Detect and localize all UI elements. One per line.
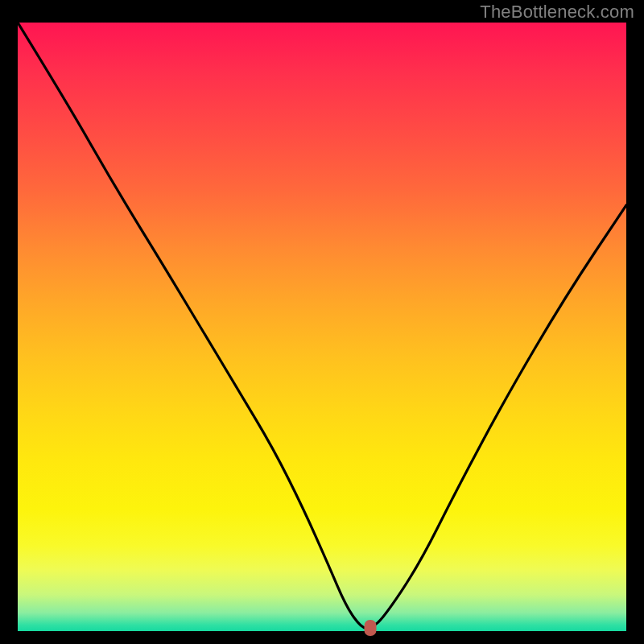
chart-frame: TheBottleneck.com bbox=[0, 0, 644, 644]
curve-svg bbox=[18, 23, 626, 631]
plot-area bbox=[18, 23, 626, 631]
optimum-marker bbox=[365, 620, 377, 636]
attribution-text: TheBottleneck.com bbox=[480, 2, 634, 23]
bottleneck-curve bbox=[18, 23, 626, 628]
